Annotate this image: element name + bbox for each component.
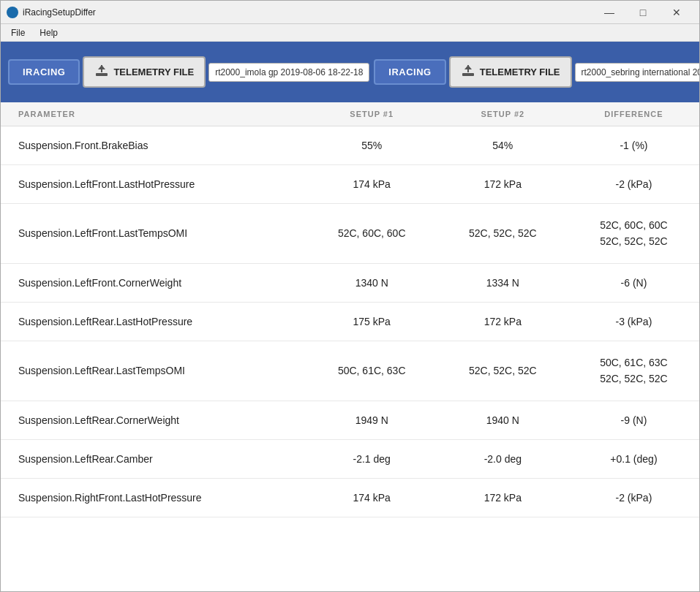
menu-file[interactable]: File — [4, 26, 32, 39]
cell-parameter: Suspension.LeftFront.CornerWeight — [1, 263, 306, 302]
table-row: Suspension.LeftFront.LastTempsOMI52C, 60… — [1, 204, 699, 264]
cell-setup2: 172 kPa — [437, 478, 568, 517]
minimize-button[interactable]: — — [592, 1, 626, 24]
table-row: Suspension.LeftFront.LastHotPressure174 … — [1, 165, 699, 204]
table-row: Suspension.LeftFront.CornerWeight1340 N1… — [1, 263, 699, 302]
cell-difference: -6 (N) — [568, 263, 699, 302]
cell-setup2: 172 kPa — [437, 165, 568, 204]
cell-setup1: 174 kPa — [306, 478, 437, 517]
menu-help[interactable]: Help — [32, 26, 65, 39]
telemetry-label-left: TELEMETRY FILE — [113, 67, 194, 77]
col-header-difference: DIFFERENCE — [568, 102, 699, 126]
menu-bar: File Help — [1, 24, 699, 42]
svg-rect-0 — [96, 73, 108, 76]
svg-marker-2 — [98, 65, 105, 69]
left-source-group: IRACING TELEMETRY FILE rt2000_imola gp 2… — [8, 56, 369, 88]
cell-setup1: 52C, 60C, 60C — [306, 204, 437, 264]
telemetry-button-left[interactable]: TELEMETRY FILE — [83, 56, 206, 88]
cell-difference: 50C, 61C, 63C52C, 52C, 52C — [568, 341, 699, 401]
table-row: Suspension.RightFront.LastHotPressure174… — [1, 478, 699, 517]
cell-parameter: Suspension.RightFront.LastHotPressure — [1, 478, 306, 517]
table-wrapper: PARAMETER SETUP #1 SETUP #2 DIFFERENCE S… — [1, 102, 699, 592]
upload-icon-left — [94, 64, 109, 80]
table-row: Suspension.Front.BrakeBias55%54%-1 (%) — [1, 126, 699, 165]
window-controls: — □ ✕ — [592, 1, 693, 24]
app-icon — [7, 7, 18, 18]
cell-difference: -2 (kPa) — [568, 165, 699, 204]
data-table: PARAMETER SETUP #1 SETUP #2 DIFFERENCE S… — [1, 102, 699, 517]
upload-icon-right — [461, 64, 475, 80]
cell-difference: -2 (kPa) — [568, 478, 699, 517]
file-input-left[interactable]: rt2000_imola gp 2019-08-06 18-22-18 — [208, 63, 369, 82]
table-body: Suspension.Front.BrakeBias55%54%-1 (%)Su… — [1, 126, 699, 517]
cell-setup1: 50C, 61C, 63C — [306, 341, 437, 401]
svg-rect-3 — [462, 73, 474, 76]
file-input-right[interactable]: rt2000_sebring international 2019-07-16 … — [575, 63, 700, 82]
iracing-button-right[interactable]: IRACING — [374, 59, 445, 85]
close-button[interactable]: ✕ — [660, 1, 693, 24]
cell-difference: -1 (%) — [568, 126, 699, 165]
title-bar: iRacingSetupDiffer — □ ✕ — [1, 1, 699, 24]
cell-setup1: 175 kPa — [306, 302, 437, 341]
table-header: PARAMETER SETUP #1 SETUP #2 DIFFERENCE — [1, 102, 699, 126]
col-header-setup1: SETUP #1 — [306, 102, 437, 126]
cell-parameter: Suspension.Front.BrakeBias — [1, 126, 306, 165]
cell-difference: 52C, 60C, 60C52C, 52C, 52C — [568, 204, 699, 264]
table-row: Suspension.LeftRear.LastTempsOMI50C, 61C… — [1, 341, 699, 401]
telemetry-button-right[interactable]: TELEMETRY FILE — [449, 56, 572, 88]
telemetry-label-right: TELEMETRY FILE — [480, 67, 560, 77]
cell-parameter: Suspension.LeftRear.Camber — [1, 439, 306, 478]
col-header-parameter: PARAMETER — [1, 102, 306, 126]
cell-setup1: 55% — [306, 126, 437, 165]
cell-difference: +0.1 (deg) — [568, 439, 699, 478]
cell-parameter: Suspension.LeftRear.LastHotPressure — [1, 302, 306, 341]
cell-difference: -3 (kPa) — [568, 302, 699, 341]
cell-setup2: -2.0 deg — [437, 439, 568, 478]
cell-setup1: 174 kPa — [306, 165, 437, 204]
main-container: IRACING TELEMETRY FILE rt2000_imola gp 2… — [1, 42, 699, 592]
app-title: iRacingSetupDiffer — [23, 7, 592, 18]
svg-marker-5 — [464, 65, 472, 69]
cell-setup2: 172 kPa — [437, 302, 568, 341]
maximize-button[interactable]: □ — [626, 1, 660, 24]
table-row: Suspension.LeftRear.CornerWeight1949 N19… — [1, 401, 699, 439]
iracing-button-left[interactable]: IRACING — [8, 59, 80, 85]
table-row: Suspension.LeftRear.Camber-2.1 deg-2.0 d… — [1, 439, 699, 478]
cell-parameter: Suspension.LeftFront.LastTempsOMI — [1, 204, 306, 264]
right-source-group: IRACING TELEMETRY FILE rt2000_sebring in… — [374, 56, 700, 88]
table-row: Suspension.LeftRear.LastHotPressure175 k… — [1, 302, 699, 341]
cell-parameter: Suspension.LeftRear.LastTempsOMI — [1, 341, 306, 401]
cell-setup2: 52C, 52C, 52C — [437, 204, 568, 264]
cell-setup2: 1940 N — [437, 401, 568, 439]
cell-parameter: Suspension.LeftFront.LastHotPressure — [1, 165, 306, 204]
cell-parameter: Suspension.LeftRear.CornerWeight — [1, 401, 306, 439]
toolbar: IRACING TELEMETRY FILE rt2000_imola gp 2… — [1, 42, 699, 102]
cell-setup2: 54% — [437, 126, 568, 165]
cell-setup2: 1334 N — [437, 263, 568, 302]
cell-setup1: -2.1 deg — [306, 439, 437, 478]
cell-setup2: 52C, 52C, 52C — [437, 341, 568, 401]
cell-setup1: 1340 N — [306, 263, 437, 302]
cell-setup1: 1949 N — [306, 401, 437, 439]
cell-difference: -9 (N) — [568, 401, 699, 439]
col-header-setup2: SETUP #2 — [437, 102, 568, 126]
